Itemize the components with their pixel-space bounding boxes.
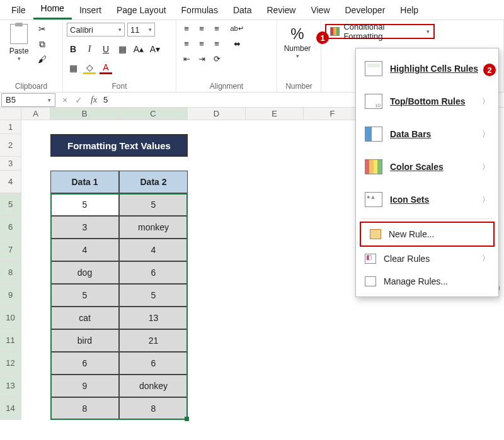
row-header-8[interactable]: 8	[0, 261, 21, 284]
column-header-C[interactable]: C	[119, 108, 188, 120]
column-header-B[interactable]: B	[50, 108, 119, 120]
column-header-E[interactable]: E	[246, 108, 304, 120]
table-header-1[interactable]: Data 1	[50, 171, 119, 193]
row-header-1[interactable]: 1	[0, 120, 21, 134]
row-header-4[interactable]: 4	[0, 171, 21, 193]
tab-file[interactable]: File	[4, 1, 33, 20]
menu-new-rule[interactable]: New Rule...	[361, 223, 493, 245]
cell-c8[interactable]: 6	[119, 261, 188, 284]
accept-formula-button[interactable]: ✓	[73, 95, 84, 105]
wrap-text-button[interactable]: ab↵	[231, 23, 243, 34]
row-header-9[interactable]: 9	[0, 284, 21, 307]
name-box[interactable]: B5▾	[1, 93, 55, 107]
column-header-A[interactable]: A	[21, 108, 50, 120]
tab-formulas[interactable]: Formulas	[174, 1, 226, 20]
border-button[interactable]: ▦	[116, 43, 129, 55]
tab-view[interactable]: View	[303, 1, 337, 20]
cell-b13[interactable]: 9	[50, 375, 119, 397]
paste-button[interactable]: Paste ▾	[4, 23, 34, 62]
cell-b6[interactable]: 3	[50, 216, 119, 239]
row-header-5[interactable]: 5	[0, 193, 21, 216]
cell-b11[interactable]: bird	[50, 329, 119, 352]
font-increase-button[interactable]: A▴	[132, 43, 145, 55]
font-color-button[interactable]: A	[100, 62, 112, 74]
cell-c9[interactable]: 5	[119, 284, 188, 307]
cut-button[interactable]: ✂	[37, 24, 48, 35]
cell-c5[interactable]: 5	[119, 193, 188, 216]
font-size-select[interactable]: 11▾	[127, 23, 155, 37]
copy-button[interactable]: ⧉	[37, 39, 48, 50]
column-header-F[interactable]: F	[304, 108, 362, 120]
cell-c10[interactable]: 13	[119, 307, 188, 329]
orientation-button[interactable]: ⟳	[210, 53, 223, 64]
select-all-corner[interactable]	[0, 108, 21, 120]
align-right-button[interactable]: ≡	[210, 38, 223, 49]
table-header-2[interactable]: Data 2	[119, 171, 188, 193]
cell-b10[interactable]: cat	[50, 307, 119, 329]
menu-icon-sets[interactable]: Icon Sets 〉 2	[356, 183, 498, 216]
number-format-button[interactable]: % Number ▾	[281, 23, 314, 59]
fill-color-button[interactable]: ◇	[83, 62, 96, 74]
menu-data-bars[interactable]: Data Bars 〉	[356, 118, 498, 150]
row-header-7[interactable]: 7	[0, 239, 21, 261]
row-header-10[interactable]: 10	[0, 307, 21, 329]
align-center-button[interactable]: ≡	[195, 38, 208, 49]
cancel-formula-button[interactable]: ×	[59, 95, 71, 105]
tab-data[interactable]: Data	[226, 1, 260, 20]
menu-highlight-cells-rules[interactable]: Highlight Cells Rules 〉	[356, 52, 498, 85]
align-top-button[interactable]: ≡	[180, 23, 193, 34]
formula-value[interactable]: 5	[100, 95, 108, 104]
cell-b5[interactable]: 5	[50, 193, 119, 216]
cell-c7[interactable]: 4	[119, 239, 188, 261]
tab-insert[interactable]: Insert	[72, 1, 109, 20]
tab-help[interactable]: Help	[392, 1, 426, 20]
cell-b8[interactable]: dog	[50, 261, 119, 284]
cell-c13[interactable]: donkey	[119, 375, 188, 397]
group-label-number: Number	[281, 81, 317, 91]
cell-b7[interactable]: 4	[50, 239, 119, 261]
indent-increase-button[interactable]: ⇥	[195, 53, 208, 64]
cell-c12[interactable]: 6	[119, 352, 188, 375]
tab-home[interactable]: Home	[33, 0, 72, 20]
font-name-select[interactable]: Calibri▾	[67, 23, 125, 37]
align-middle-button[interactable]: ≡	[195, 23, 208, 34]
row-header-2[interactable]: 2	[0, 134, 21, 157]
menu-clear-rules[interactable]: Clear Rules 〉	[356, 247, 498, 270]
underline-button[interactable]: U	[100, 43, 112, 55]
row-header-6[interactable]: 6	[0, 216, 21, 239]
menu-color-scales[interactable]: Color Scales 〉	[356, 150, 498, 183]
align-left-button[interactable]: ≡	[180, 38, 193, 49]
row-header-14[interactable]: 14	[0, 397, 21, 420]
indent-decrease-button[interactable]: ⇤	[180, 53, 193, 64]
group-label-font: Font	[67, 81, 172, 91]
tab-developer[interactable]: Developer	[338, 1, 393, 20]
chevron-right-icon: 〉	[482, 162, 490, 172]
row-header-13[interactable]: 13	[0, 375, 21, 397]
italic-button[interactable]: I	[83, 43, 96, 55]
title-cell[interactable]: Formatting Text Values	[50, 134, 188, 157]
cell-b14[interactable]: 8	[50, 397, 119, 420]
format-painter-button[interactable]: 🖌	[37, 54, 48, 65]
align-bottom-button[interactable]: ≡	[210, 23, 223, 34]
tab-page-layout[interactable]: Page Layout	[109, 1, 174, 20]
row-header-11[interactable]: 11	[0, 329, 21, 352]
bold-button[interactable]: B	[67, 43, 79, 55]
cell-b12[interactable]: 6	[50, 352, 119, 375]
row-header-12[interactable]: 12	[0, 352, 21, 375]
row-header-3[interactable]: 3	[0, 157, 21, 171]
ribbon-tabs: File Home Insert Page Layout Formulas Da…	[0, 0, 504, 20]
menu-cs-label: Color Scales	[390, 162, 444, 172]
menu-manage-rules[interactable]: Manage Rules...	[356, 270, 498, 293]
fx-icon[interactable]: fx	[91, 95, 97, 105]
conditional-formatting-button[interactable]: Conditional Formatting ▾	[325, 24, 435, 39]
cell-c6[interactable]: monkey	[119, 216, 188, 239]
cell-b9[interactable]: 5	[50, 284, 119, 307]
cell-c14[interactable]: 8	[119, 397, 188, 420]
cell-c11[interactable]: 21	[119, 329, 188, 352]
font-decrease-button[interactable]: A▾	[149, 43, 161, 55]
column-header-D[interactable]: D	[188, 108, 246, 120]
merge-center-button[interactable]: ⬌	[231, 38, 243, 49]
menu-top-bottom-rules[interactable]: Top/Bottom Rules 〉	[356, 85, 498, 118]
border-button-2[interactable]: ▦	[67, 62, 79, 74]
tab-review[interactable]: Review	[260, 1, 304, 20]
